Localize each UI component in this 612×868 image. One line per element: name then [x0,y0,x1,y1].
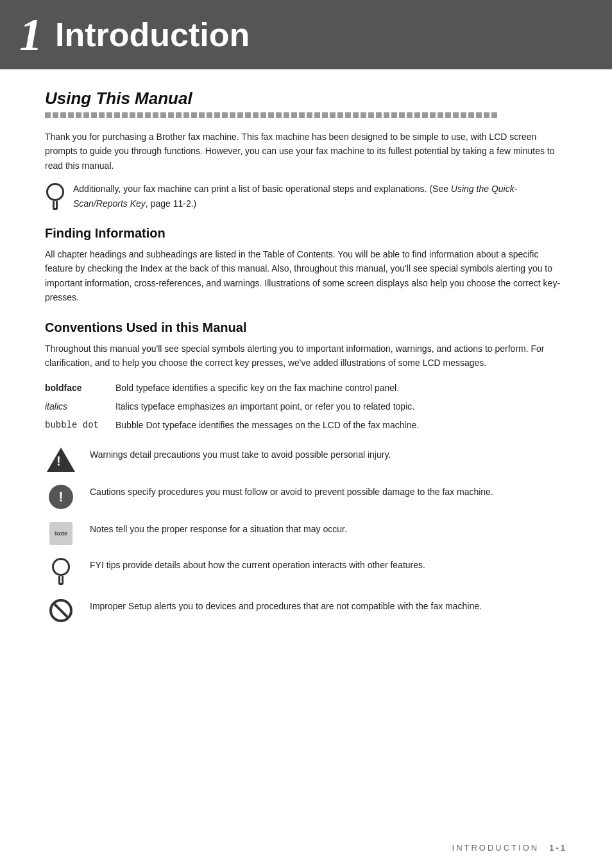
content-area: Using This Manual [0,89,612,622]
caution-circle-icon: ! [49,485,73,509]
caution-desc: Cautions specify procedures you must fol… [90,485,567,499]
chapter-number: 1 [19,12,42,58]
section-using-manual: Using This Manual [45,89,567,211]
icon-row-note: Note Notes tell you the proper response … [45,522,567,545]
fyi-icon-small [45,183,65,204]
caution-icon-cell: ! [45,485,77,509]
note-desc: Notes tell you the proper response for a… [90,522,567,536]
footer-page: 1-1 [549,843,567,853]
no-icon-cell [45,599,77,622]
using-manual-heading: Using This Manual [45,89,567,108]
section-finding-information: Finding Information All chapter headings… [45,226,567,305]
note-icon-cell: Note [45,522,77,545]
def-row-italics: italics Italics typeface emphasizes an i… [45,397,567,416]
chapter-header: 1 Introduction [0,0,612,69]
icon-row-caution: ! Cautions specify procedures you must f… [45,485,567,509]
def-row-boldface: boldface Bold typeface identifies a spec… [45,379,567,397]
fyi-desc: FYI tips provide details about how the c… [90,558,567,572]
page-footer: INTRODUCTION 1-1 [452,843,567,853]
icon-row-warning: Warnings detail precautions you must tak… [45,447,567,472]
icon-row-fyi: FYI tips provide details about how the c… [45,558,567,586]
def-term-boldface: boldface [45,379,115,397]
warning-icon-cell [45,447,77,472]
finding-information-body: All chapter headings and subheadings are… [45,247,567,305]
fyi-lightbulb-icon [51,558,71,586]
def-desc-bubble-dot: Bubble Dot typeface identifies the messa… [115,416,567,435]
chapter-title: Introduction [55,15,250,54]
footer-label: INTRODUCTION [452,843,540,853]
conventions-heading: Conventions Used in this Manual [45,320,567,335]
finding-information-heading: Finding Information [45,226,567,241]
def-desc-boldface: Bold typeface identifies a specific key … [115,379,567,397]
icon-row-no: Improper Setup alerts you to devices and… [45,599,567,622]
def-row-bubble-dot: bubble dot Bubble Dot typeface identifie… [45,416,567,435]
section-conventions: Conventions Used in this Manual Througho… [45,320,567,623]
using-manual-body: Thank you for purchasing a Brother fax m… [45,130,567,173]
definition-table: boldface Bold typeface identifies a spec… [45,379,567,435]
def-term-bubble-dot: bubble dot [45,416,115,435]
dashed-divider [45,112,567,118]
no-desc: Improper Setup alerts you to devices and… [90,599,567,613]
note-row: Additionally, your fax machine can print… [45,182,567,211]
fyi-icon-cell [45,558,77,586]
warning-desc: Warnings detail precautions you must tak… [90,447,567,462]
note-text: Additionally, your fax machine can print… [73,182,567,211]
note-paper-icon: Note [49,522,72,545]
def-desc-italics: Italics typeface emphasizes an important… [115,397,567,416]
no-symbol-icon [49,599,72,622]
warning-triangle-icon [47,447,75,472]
conventions-body: Throughout this manual you'll see specia… [45,342,567,370]
def-term-italics: italics [45,397,115,416]
page: 1 Introduction Using This Manual [0,0,612,868]
